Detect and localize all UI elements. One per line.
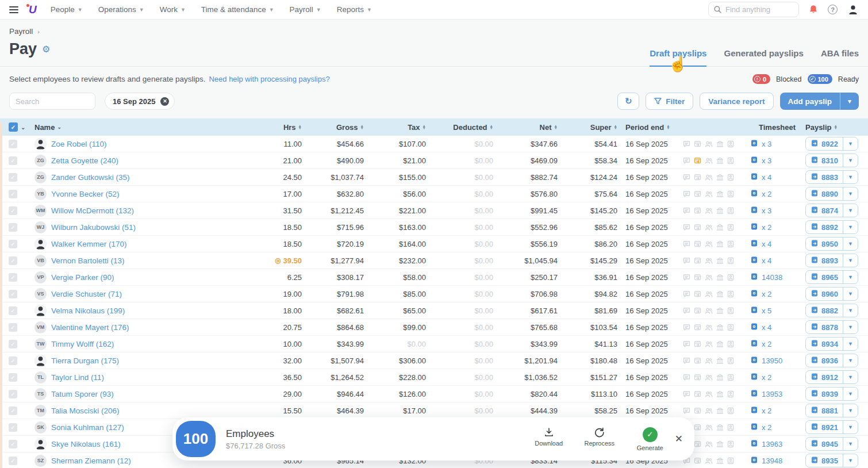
leave-request-icon[interactable] bbox=[694, 440, 701, 448]
payslip-dropdown-chevron-icon[interactable]: ▼ bbox=[843, 354, 858, 367]
people-icon[interactable] bbox=[705, 424, 713, 431]
payslip-button[interactable]: 8936▼ bbox=[805, 354, 858, 367]
id-card-icon[interactable] bbox=[727, 174, 734, 181]
date-filter-chip[interactable]: 16 Sep 2025 ✕ bbox=[105, 93, 175, 110]
timesheet-link[interactable]: x 3 bbox=[740, 206, 795, 216]
comment-icon[interactable] bbox=[683, 174, 690, 181]
payslip-button[interactable]: 8890▼ bbox=[805, 187, 858, 201]
leave-request-icon[interactable] bbox=[694, 307, 701, 314]
payslip-dropdown-chevron-icon[interactable]: ▼ bbox=[843, 304, 858, 317]
leave-request-icon[interactable] bbox=[694, 407, 701, 415]
timesheet-link[interactable]: x 2 bbox=[740, 339, 795, 349]
leave-request-icon[interactable] bbox=[694, 290, 701, 298]
app-logo[interactable]: U bbox=[29, 3, 37, 16]
sort-icon[interactable]: ▲▼ bbox=[666, 125, 670, 130]
help-icon[interactable]: ? bbox=[828, 5, 838, 14]
bank-icon[interactable] bbox=[716, 174, 724, 181]
people-icon[interactable] bbox=[705, 374, 713, 381]
comment-icon[interactable] bbox=[683, 224, 690, 231]
payslip-dropdown-chevron-icon[interactable]: ▼ bbox=[843, 254, 858, 267]
bank-icon[interactable] bbox=[716, 340, 724, 348]
reprocess-button[interactable]: Reprocess bbox=[583, 427, 616, 447]
people-icon[interactable] bbox=[705, 174, 713, 181]
payslip-dropdown-chevron-icon[interactable]: ▼ bbox=[843, 154, 858, 167]
timesheet-link[interactable]: 13950 bbox=[740, 356, 795, 366]
bank-icon[interactable] bbox=[716, 207, 724, 214]
people-icon[interactable] bbox=[705, 207, 713, 214]
bank-icon[interactable] bbox=[716, 440, 724, 448]
id-card-icon[interactable] bbox=[727, 224, 734, 231]
global-search-input[interactable] bbox=[725, 5, 789, 14]
nav-item-reports[interactable]: Reports▼ bbox=[337, 5, 372, 14]
payslip-button[interactable]: 8878▼ bbox=[805, 320, 858, 334]
id-card-icon[interactable] bbox=[727, 340, 734, 348]
column-header-payslip[interactable]: Payslip▲▼ bbox=[805, 123, 860, 132]
people-icon[interactable] bbox=[705, 407, 713, 415]
comment-icon[interactable] bbox=[683, 140, 690, 148]
bank-icon[interactable] bbox=[716, 357, 724, 365]
gear-icon[interactable]: ⚙ bbox=[42, 44, 50, 55]
payslip-button[interactable]: 8935▼ bbox=[805, 454, 858, 467]
row-checkbox[interactable]: ✓ bbox=[9, 190, 17, 198]
id-card-icon[interactable] bbox=[727, 274, 734, 281]
column-header-gross[interactable]: Gross▲▼ bbox=[302, 123, 364, 132]
leave-request-icon[interactable] bbox=[694, 390, 701, 398]
employee-link[interactable]: Zetta Goyette (240) bbox=[51, 156, 118, 165]
row-checkbox[interactable]: ✓ bbox=[9, 206, 17, 215]
employee-link[interactable]: Timmy Wolff (162) bbox=[51, 340, 114, 348]
people-icon[interactable] bbox=[705, 190, 713, 198]
payslip-dropdown-chevron-icon[interactable]: ▼ bbox=[843, 237, 858, 250]
row-checkbox[interactable]: ✓ bbox=[9, 256, 17, 265]
comment-icon[interactable] bbox=[683, 307, 690, 314]
employee-link[interactable]: Yvonne Becker (52) bbox=[51, 190, 120, 198]
payslip-button[interactable]: 8960▼ bbox=[805, 287, 858, 301]
add-payslip-button[interactable]: Add payslip ▼ bbox=[780, 93, 859, 110]
breadcrumb-payroll[interactable]: Payroll bbox=[9, 27, 33, 36]
leave-request-icon[interactable] bbox=[694, 374, 701, 381]
people-icon[interactable] bbox=[705, 457, 713, 465]
payslip-button[interactable]: 8883▼ bbox=[805, 170, 858, 184]
people-icon[interactable] bbox=[705, 290, 713, 298]
payslip-button[interactable]: 8945▼ bbox=[805, 437, 858, 451]
payslip-button[interactable]: 8922▼ bbox=[805, 137, 858, 151]
id-card-icon[interactable] bbox=[727, 357, 734, 365]
timesheet-link[interactable]: x 3 bbox=[740, 139, 795, 149]
hamburger-menu-icon[interactable] bbox=[9, 6, 18, 13]
employee-link[interactable]: Sherman Ziemann (12) bbox=[51, 457, 131, 465]
id-card-icon[interactable] bbox=[727, 324, 734, 331]
id-card-icon[interactable] bbox=[727, 290, 734, 298]
row-checkbox[interactable]: ✓ bbox=[9, 173, 17, 182]
employee-link[interactable]: Vergie Parker (90) bbox=[51, 273, 114, 282]
id-card-icon[interactable] bbox=[727, 407, 734, 415]
leave-request-icon[interactable] bbox=[694, 157, 701, 164]
id-card-icon[interactable] bbox=[727, 207, 734, 214]
employee-link[interactable]: Tatum Sporer (93) bbox=[51, 390, 114, 398]
sort-chevron-icon[interactable]: ⌄ bbox=[57, 124, 62, 130]
people-icon[interactable] bbox=[705, 240, 713, 248]
comment-icon[interactable] bbox=[683, 357, 690, 365]
comment-icon[interactable] bbox=[683, 374, 690, 381]
timesheet-link[interactable]: x 4 bbox=[740, 172, 795, 182]
payslip-button[interactable]: 8965▼ bbox=[805, 270, 858, 284]
row-checkbox[interactable]: ✓ bbox=[9, 390, 17, 398]
people-icon[interactable] bbox=[705, 324, 713, 331]
column-header-deducted[interactable]: Deducted▲▼ bbox=[426, 123, 493, 132]
comment-icon[interactable] bbox=[683, 257, 690, 264]
nav-item-work[interactable]: Work▼ bbox=[160, 5, 186, 14]
comment-icon[interactable] bbox=[683, 390, 690, 398]
bank-icon[interactable] bbox=[716, 224, 724, 231]
comment-icon[interactable] bbox=[683, 274, 690, 281]
timesheet-link[interactable]: x 2 bbox=[740, 189, 795, 199]
timesheet-link[interactable]: x 3 bbox=[740, 156, 795, 166]
leave-request-icon[interactable] bbox=[694, 140, 701, 148]
payslip-dropdown-chevron-icon[interactable]: ▼ bbox=[843, 337, 858, 350]
id-card-icon[interactable] bbox=[727, 374, 734, 381]
breadcrumb[interactable]: Payroll › bbox=[9, 27, 859, 36]
column-header-super[interactable]: Super▲▼ bbox=[558, 123, 617, 132]
download-button[interactable]: Download bbox=[532, 427, 566, 447]
id-card-icon[interactable] bbox=[727, 140, 734, 148]
row-checkbox[interactable]: ✓ bbox=[9, 423, 17, 432]
column-header-net[interactable]: Net▲▼ bbox=[493, 123, 558, 132]
payslip-button[interactable]: 8892▼ bbox=[805, 220, 858, 234]
column-header-period-end[interactable]: Period end▲▼ bbox=[625, 123, 683, 132]
